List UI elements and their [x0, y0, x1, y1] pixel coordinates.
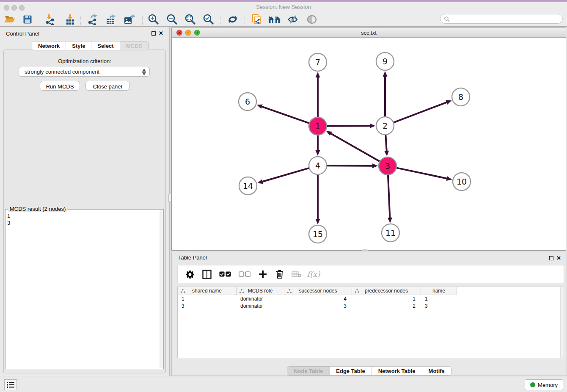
- cell-name[interactable]: 1: [421, 295, 457, 302]
- node-label: 8: [458, 92, 463, 102]
- node-label: 10: [457, 177, 467, 186]
- clone-network-icon[interactable]: [249, 13, 264, 26]
- apply-layout-icon[interactable]: [226, 13, 240, 26]
- close-table-panel-icon[interactable]: ✕: [556, 256, 561, 260]
- edge-2-8[interactable]: [394, 102, 448, 122]
- column-header-MCDS-role[interactable]: MCDS role: [237, 287, 284, 295]
- memory-label: Memory: [538, 382, 558, 388]
- edge-1-2[interactable]: [327, 126, 371, 126]
- column-header-predecessor-nodes[interactable]: predecessor nodes: [352, 287, 421, 295]
- cell-predecessor-nodes[interactable]: 2: [352, 302, 421, 309]
- result-line: 1: [7, 212, 158, 219]
- export-table-icon[interactable]: [104, 13, 118, 26]
- arrowhead-icon: [370, 124, 375, 128]
- table-row[interactable]: 3dominator323: [178, 302, 457, 309]
- arrowhead-icon: [316, 72, 320, 77]
- column-header-successor-nodes[interactable]: successor nodes: [284, 287, 352, 295]
- cell-MCDS-role[interactable]: dominator: [237, 295, 284, 302]
- node-label: 14: [243, 181, 253, 190]
- tab-network[interactable]: Network: [32, 41, 66, 50]
- cell-shared-name[interactable]: 1: [178, 295, 237, 302]
- tab-node-table[interactable]: Node Table: [287, 367, 330, 375]
- mcds-result-box[interactable]: MCDS result (2 nodes) 13: [5, 209, 164, 369]
- arrowhead-icon: [388, 218, 392, 223]
- zoom-selected-icon[interactable]: [201, 13, 216, 26]
- search-icon: [444, 16, 450, 22]
- edge-3-11[interactable]: [388, 175, 390, 218]
- tab-edge-table[interactable]: Edge Table: [330, 367, 372, 375]
- edge-3-10[interactable]: [396, 168, 448, 179]
- network-window-titlebar[interactable]: ✕ − + scc.txt: [172, 28, 566, 38]
- edge-2-3[interactable]: [385, 135, 387, 152]
- table-panel: Table Panel ✕: [171, 252, 567, 376]
- arrowhead-icon: [446, 100, 451, 105]
- tab-mcds[interactable]: MCDS: [120, 41, 148, 50]
- column-header-name[interactable]: name: [421, 287, 457, 295]
- arrowhead-icon: [372, 163, 378, 168]
- memory-button[interactable]: Memory: [525, 379, 563, 390]
- save-session-icon[interactable]: [20, 13, 35, 26]
- search-input[interactable]: [450, 16, 562, 22]
- gear-icon[interactable]: [184, 269, 195, 280]
- tab-style[interactable]: Style: [66, 41, 91, 50]
- node-label: 9: [383, 57, 388, 66]
- cell-predecessor-nodes[interactable]: 1: [352, 295, 421, 302]
- cell-successor-nodes[interactable]: 4: [284, 295, 352, 302]
- import-network-icon[interactable]: [43, 13, 57, 26]
- close-panel-button[interactable]: Close panel: [85, 81, 129, 91]
- arrowhead-icon: [316, 219, 320, 224]
- hide-selected-icon[interactable]: [286, 13, 300, 26]
- cell-name[interactable]: 3: [421, 302, 457, 309]
- edge-3-1[interactable]: [330, 133, 380, 162]
- cell-MCDS-role[interactable]: dominator: [237, 302, 284, 309]
- table-scrollbar[interactable]: [560, 287, 564, 358]
- horizontal-splitter-handle[interactable]: [362, 249, 368, 251]
- tab-select[interactable]: Select: [91, 41, 120, 50]
- tab-network-table[interactable]: Network Table: [372, 367, 422, 375]
- cell-successor-nodes[interactable]: 3: [284, 302, 352, 309]
- tab-motifs[interactable]: Motifs: [422, 367, 451, 375]
- export-network-icon[interactable]: [85, 13, 100, 26]
- zoom-fit-icon[interactable]: [183, 13, 198, 26]
- node-label: 15: [313, 229, 323, 239]
- optimization-criterion-select[interactable]: strongly connected component: [19, 67, 150, 77]
- delete-table-icon[interactable]: [291, 269, 302, 280]
- column-header-shared-name[interactable]: shared name: [178, 287, 237, 295]
- edge-4-3[interactable]: [327, 166, 373, 166]
- zoom-in-icon[interactable]: [146, 13, 161, 26]
- select-all-icon[interactable]: [218, 269, 232, 280]
- edge-4-14[interactable]: [262, 168, 309, 182]
- add-column-icon[interactable]: [257, 269, 268, 280]
- result-scrollbar[interactable]: [160, 210, 162, 368]
- network-window-title: scc.txt: [172, 30, 566, 36]
- search-field[interactable]: [440, 14, 563, 24]
- run-mcds-button[interactable]: Run MCDS: [40, 81, 80, 91]
- close-panel-icon[interactable]: ✕: [159, 31, 163, 36]
- function-builder-icon[interactable]: f(x): [308, 269, 319, 280]
- deselect-all-icon[interactable]: [238, 269, 251, 280]
- zoom-out-icon[interactable]: [165, 13, 179, 26]
- first-neighbors-icon[interactable]: [267, 13, 282, 26]
- task-history-button[interactable]: [4, 379, 17, 390]
- open-session-icon[interactable]: [3, 13, 17, 26]
- float-table-panel-icon[interactable]: [549, 256, 553, 260]
- table-body: 1dominator4113dominator323: [178, 295, 457, 309]
- show-all-icon[interactable]: [305, 13, 319, 26]
- node-table: shared nameMCDS rolesuccessor nodesprede…: [177, 287, 564, 358]
- node-label: 1: [315, 121, 320, 131]
- table-header-row: shared nameMCDS rolesuccessor nodesprede…: [178, 287, 457, 295]
- split-view-icon[interactable]: [201, 269, 212, 280]
- export-image-icon[interactable]: [122, 13, 137, 26]
- delete-icon[interactable]: [274, 269, 285, 280]
- optimization-criterion-value: strongly connected component: [25, 69, 99, 75]
- cell-shared-name[interactable]: 3: [178, 302, 237, 309]
- import-table-icon[interactable]: [63, 13, 77, 26]
- float-panel-icon[interactable]: [151, 31, 156, 36]
- network-canvas[interactable]: 7968124314101511: [172, 38, 566, 250]
- edge-1-6[interactable]: [261, 106, 309, 123]
- memory-status-icon: [530, 382, 535, 387]
- table-row[interactable]: 1dominator411: [178, 295, 457, 302]
- mcds-result-list: 13: [7, 212, 158, 226]
- node-label: 2: [383, 121, 388, 130]
- arrowhead-icon: [384, 151, 389, 156]
